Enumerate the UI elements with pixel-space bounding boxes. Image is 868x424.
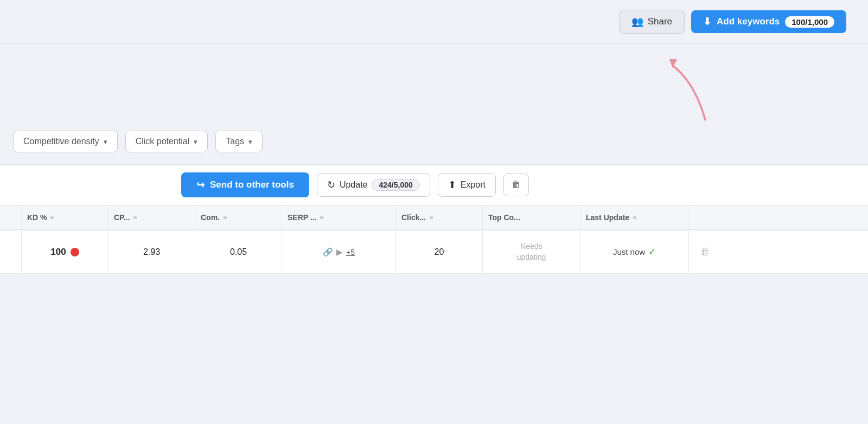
th-click-label: Click...: [401, 213, 426, 222]
click-value: 20: [435, 247, 444, 257]
th-serp-label: SERP ...: [288, 213, 316, 222]
td-checkbox: [0, 230, 22, 273]
th-topco-label: Top Co...: [488, 213, 520, 222]
tags-filter[interactable]: Tags ▾: [215, 131, 263, 152]
click-potential-label: Click potential: [136, 137, 190, 146]
sort-icon-click: ≡: [429, 214, 433, 221]
download-icon: ⬇: [703, 16, 711, 28]
export-icon: ⬆: [448, 179, 456, 191]
com-value: 0.05: [230, 247, 247, 257]
td-kd: 100: [22, 230, 108, 273]
refresh-icon: ↻: [327, 179, 335, 191]
last-update-cell: Just now ✓: [613, 246, 656, 258]
td-click: 20: [396, 230, 483, 273]
trash-icon: 🗑: [512, 179, 521, 190]
competitive-density-label: Competitive density: [23, 137, 99, 146]
td-com: 0.05: [195, 230, 282, 273]
td-lastupdate: Just now ✓: [580, 230, 689, 273]
th-kd[interactable]: KD % ≡: [22, 205, 108, 229]
row-trash-icon[interactable]: 🗑: [700, 246, 710, 258]
tags-label: Tags: [226, 137, 244, 146]
td-row-delete[interactable]: 🗑: [689, 230, 722, 273]
chevron-down-icon: ▾: [104, 138, 107, 146]
share-label: Share: [648, 16, 672, 27]
export-label: Export: [461, 180, 486, 190]
video-icon: ▶: [336, 247, 343, 257]
last-update-value: Just now: [613, 247, 645, 256]
share-icon: 👥: [631, 16, 643, 28]
add-keywords-badge: 100/1,000: [785, 16, 834, 28]
top-bar: 👥 Share ⬇ Add keywords 100/1,000: [0, 0, 868, 44]
export-button[interactable]: ⬆ Export: [438, 173, 496, 197]
chevron-down-icon-3: ▾: [248, 138, 252, 146]
table-header: KD % ≡ CP... ≡ Com. ≡ SERP ... ≡ Click..…: [0, 205, 868, 230]
click-potential-filter[interactable]: Click potential ▾: [125, 131, 208, 152]
share-button[interactable]: 👥 Share: [619, 10, 685, 34]
th-serp[interactable]: SERP ... ≡: [282, 205, 396, 229]
th-com[interactable]: Com. ≡: [195, 205, 282, 229]
th-checkbox: [0, 205, 22, 229]
th-lastupdate-label: Last Update: [586, 213, 629, 222]
annotation-arrow: [618, 49, 727, 125]
send-icon: ↪: [196, 179, 205, 191]
link-icon: 🔗: [323, 247, 333, 257]
th-kd-label: KD %: [27, 213, 47, 222]
check-icon: ✓: [648, 246, 656, 258]
serp-extras: +5: [346, 248, 355, 256]
kd-value: 100: [50, 247, 66, 258]
action-bar: ↪ Send to other tools ↻ Update 424/5,000…: [0, 164, 868, 205]
td-cp: 2.93: [108, 230, 195, 273]
th-actions: [689, 205, 722, 229]
table: KD % ≡ CP... ≡ Com. ≡ SERP ... ≡ Click..…: [0, 205, 868, 274]
serp-icons: 🔗 ▶ +5: [323, 247, 355, 257]
th-topco: Top Co...: [483, 205, 580, 229]
add-keywords-button[interactable]: ⬇ Add keywords 100/1,000: [691, 10, 846, 33]
send-tools-label: Send to other tools: [210, 179, 294, 190]
needs-updating-text: Needsupdating: [517, 241, 546, 262]
update-badge: 424/5,000: [372, 179, 419, 191]
cp-value: 2.93: [143, 247, 160, 257]
th-com-label: Com.: [201, 213, 220, 222]
update-label: Update: [340, 180, 368, 190]
sort-icon-kd: ≡: [50, 214, 54, 221]
add-keywords-label: Add keywords: [717, 16, 780, 27]
filter-row: Competitive density ▾ Click potential ▾ …: [0, 131, 868, 164]
th-lastupdate[interactable]: Last Update ≡: [580, 205, 689, 229]
th-cp[interactable]: CP... ≡: [108, 205, 195, 229]
sort-icon-com: ≡: [223, 214, 227, 221]
send-to-other-tools-button[interactable]: ↪ Send to other tools: [181, 172, 309, 197]
th-cp-label: CP...: [114, 213, 130, 222]
sort-icon-lastupdate: ≡: [633, 214, 636, 221]
delete-button[interactable]: 🗑: [503, 174, 529, 196]
th-click[interactable]: Click... ≡: [396, 205, 483, 229]
td-serp: 🔗 ▶ +5: [282, 230, 396, 273]
competitive-density-filter[interactable]: Competitive density ▾: [13, 131, 118, 152]
kd-red-dot: [71, 248, 79, 256]
annotation-area: [0, 44, 868, 131]
td-topco: Needsupdating: [483, 230, 580, 273]
table-row: 100 2.93 0.05 🔗 ▶ +5 20 Needsupdating Ju…: [0, 230, 868, 274]
sort-icon-serp: ≡: [320, 214, 323, 221]
sort-icon-cp: ≡: [133, 214, 137, 221]
update-button[interactable]: ↻ Update 424/5,000: [317, 173, 430, 197]
chevron-down-icon-2: ▾: [194, 138, 197, 146]
